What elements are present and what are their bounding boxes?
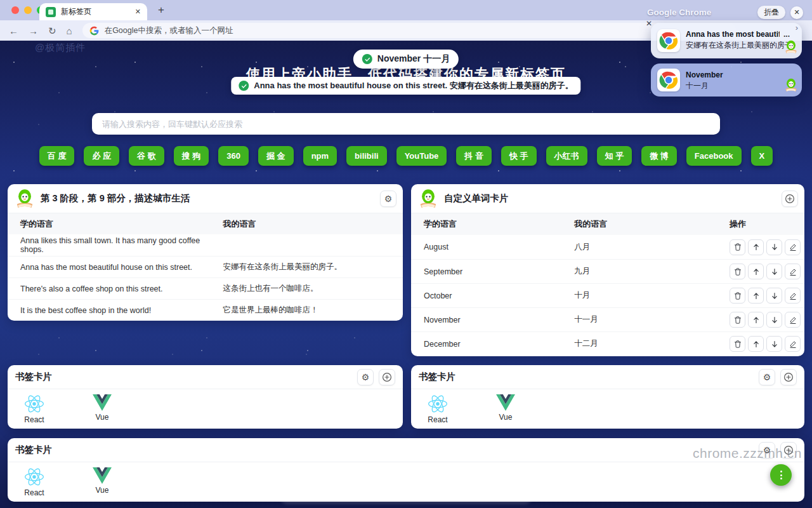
- quick-link-douyin[interactable]: 抖 音: [456, 146, 492, 166]
- bookmark-card-header: 书签卡片 ⚙: [8, 438, 804, 462]
- address-bar[interactable]: 在Google中搜索，或者输入一个网址: [82, 23, 736, 38]
- cell-en: Anna has the most beautiful house on thi…: [8, 263, 223, 272]
- col-actions: 操作: [730, 218, 804, 230]
- edit-icon: [789, 267, 797, 276]
- notification-title: Anna has the most beautiful hous: [686, 30, 780, 39]
- quick-link-xiaohongshu[interactable]: 小红书: [546, 146, 587, 166]
- delete-word-button[interactable]: [730, 264, 745, 279]
- mascot-icon: [14, 188, 36, 210]
- back-icon[interactable]: ←: [9, 26, 18, 36]
- quick-link-sogou[interactable]: 搜 狗: [174, 146, 209, 166]
- new-tab-button[interactable]: +: [154, 3, 169, 18]
- quick-link-360[interactable]: 360: [218, 146, 249, 166]
- word-table-header: 学的语言 我的语言 操作: [411, 213, 804, 235]
- notification-card-november[interactable]: November 十一月: [651, 64, 802, 97]
- move-down-button[interactable]: [766, 312, 782, 328]
- bookmark-item-vue[interactable]: Vue: [77, 467, 128, 497]
- mascot-icon: [783, 39, 799, 55]
- quick-link-youtube[interactable]: YouTube: [396, 146, 447, 166]
- toast-anna: Anna has the most beautiful house on thi…: [231, 77, 580, 95]
- add-bookmark-button[interactable]: [379, 369, 395, 385]
- delete-word-button[interactable]: [730, 288, 745, 304]
- move-up-button[interactable]: [748, 264, 764, 279]
- watermark-bottom: chrome.zzzmh.cn: [693, 446, 802, 461]
- quick-link-bilibili[interactable]: bilibili: [346, 146, 387, 166]
- bookmark-label: Vue: [96, 486, 109, 495]
- quick-link-google[interactable]: 谷 歌: [129, 146, 164, 166]
- reload-icon[interactable]: ↻: [48, 26, 56, 36]
- bookmark-item-vue[interactable]: Vue: [77, 394, 128, 424]
- delete-word-button[interactable]: [730, 239, 745, 255]
- quick-link-x[interactable]: X: [751, 146, 773, 166]
- bookmark-item-react[interactable]: React: [9, 467, 60, 497]
- arrow-down-icon: [770, 267, 779, 276]
- edit-word-button[interactable]: [785, 336, 801, 352]
- edit-word-button[interactable]: [785, 239, 801, 255]
- quick-link-kuaishou[interactable]: 快 手: [501, 146, 537, 166]
- quick-link-juejin[interactable]: 掘 金: [258, 146, 294, 166]
- move-down-button[interactable]: [766, 264, 782, 279]
- quick-link-facebook[interactable]: Facebook: [686, 146, 742, 166]
- search-input[interactable]: [92, 113, 720, 135]
- cell-zh: 它是世界上最棒的咖啡店！: [223, 305, 403, 316]
- tab-favicon: [46, 7, 56, 17]
- home-icon[interactable]: ⌂: [67, 26, 72, 36]
- arrow-up-icon: [752, 267, 761, 276]
- edit-icon: [789, 291, 797, 300]
- quick-link-bing[interactable]: 必 应: [84, 146, 119, 166]
- add-word-button[interactable]: [782, 190, 798, 207]
- notification-title: November: [686, 70, 723, 79]
- move-up-button[interactable]: [748, 312, 764, 328]
- minimize-window-button[interactable]: [24, 6, 32, 14]
- mascot-icon: [783, 77, 799, 93]
- move-up-button[interactable]: [748, 336, 764, 352]
- bookmark-settings-button[interactable]: ⚙: [357, 369, 374, 385]
- move-down-button[interactable]: [766, 239, 782, 255]
- bookmark-label: React: [24, 415, 44, 424]
- quick-link-zhihu[interactable]: 知 乎: [597, 146, 632, 166]
- notification-body: 十一月: [686, 81, 723, 91]
- move-up-button[interactable]: [748, 288, 764, 304]
- col-learning-language: 学的语言: [8, 218, 223, 230]
- edit-word-button[interactable]: [785, 312, 801, 328]
- close-icon[interactable]: ✕: [646, 19, 652, 28]
- trash-icon: [733, 340, 742, 349]
- lesson-table-header: 学的语言 我的语言: [8, 213, 403, 234]
- trash-icon: [733, 316, 742, 324]
- chrome-icon: [659, 31, 678, 50]
- word-row: September 九月: [411, 259, 804, 283]
- quick-link-weibo[interactable]: 微 博: [641, 146, 677, 166]
- bookmark-settings-button[interactable]: ⚙: [759, 369, 775, 385]
- move-down-button[interactable]: [766, 288, 782, 304]
- delete-word-button[interactable]: [730, 336, 745, 352]
- col-my-language: 我的语言: [574, 218, 730, 230]
- collapse-notifications-button[interactable]: 折叠: [757, 6, 785, 19]
- edit-word-button[interactable]: [785, 288, 801, 304]
- edit-word-button[interactable]: [785, 264, 801, 279]
- chevron-right-icon[interactable]: ›: [796, 23, 798, 32]
- tab-close-icon[interactable]: ✕: [135, 8, 141, 16]
- close-notifications-button[interactable]: ✕: [790, 6, 803, 19]
- arrow-up-icon: [752, 316, 761, 324]
- toast-november: November 十一月: [353, 50, 459, 69]
- quick-link-npm[interactable]: npm: [303, 146, 337, 166]
- bookmark-item-vue[interactable]: Vue: [480, 394, 531, 424]
- lesson-settings-button[interactable]: ⚙: [380, 190, 396, 207]
- delete-word-button[interactable]: [730, 312, 745, 328]
- vue-icon: [93, 394, 112, 411]
- forward-icon[interactable]: →: [29, 26, 38, 36]
- add-bookmark-button[interactable]: [780, 369, 797, 385]
- close-window-button[interactable]: [11, 6, 19, 14]
- cell-zh: 十一月: [574, 314, 730, 325]
- move-up-button[interactable]: [748, 239, 764, 255]
- move-down-button[interactable]: [766, 336, 782, 352]
- notification-card-anna[interactable]: ✕ › Anna has the most beautiful hous ...…: [651, 23, 802, 58]
- watermark-top: @极简插件: [35, 42, 86, 54]
- bookmark-item-react[interactable]: React: [412, 394, 463, 424]
- word-row: August 八月: [411, 235, 804, 259]
- tab-new-tab-page[interactable]: 新标签页 ✕: [39, 3, 147, 20]
- bookmark-card-header: 书签卡片 ⚙: [411, 365, 804, 389]
- floating-menu-button[interactable]: [770, 464, 792, 486]
- bookmark-item-react[interactable]: React: [9, 394, 60, 424]
- quick-link-baidu[interactable]: 百 度: [39, 146, 75, 166]
